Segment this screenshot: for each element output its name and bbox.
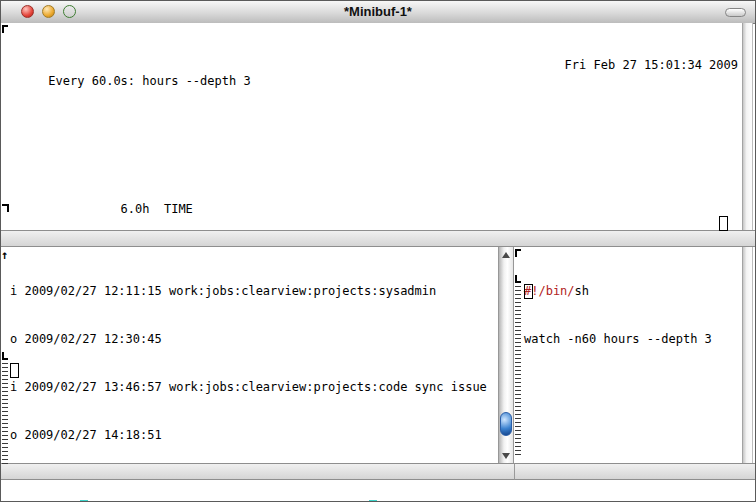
script-cursor [524,284,533,299]
timelog-entry: i 2009/02/27 12:11:15 work:jobs:clearvie… [10,283,498,299]
empty-lines-fringe-marks [515,286,521,458]
timelog-scrollbar[interactable] [498,247,514,463]
terminal-cursor [719,216,728,231]
scroll-down-arrow-icon[interactable] [502,453,510,459]
timelog-cursor [10,363,19,378]
timelog-modeline[interactable]: --:-- current.timelog Bot (3726,0) darcs… [1,463,514,480]
window-title: *Minibuf-1* [1,4,755,19]
timelog-window[interactable]: i 2009/02/27 12:11:15 work:jobs:clearvie… [1,247,498,463]
timelog-entry: i 2009/02/27 13:46:57 work:jobs:clearvie… [10,379,498,395]
title-bar[interactable]: *Minibuf-1* [1,1,755,24]
ansi-term-window[interactable]: Every 60.0s: hours --depth 3 Fri Feb 27 … [1,23,742,230]
empty-lines-fringe-marks [2,363,8,467]
shebang-interpreter: sh [575,284,589,298]
script-window[interactable]: #!/bin/sh watch -n60 hours --depth 3 [514,247,742,463]
minibuffer[interactable]: Redo: (ansi-term "/Users/simon/bin/watch… [1,480,756,502]
watch-timestamp: Fri Feb 27 15:01:34 2009 [565,57,738,73]
buffer-top-angle-icon [515,249,521,257]
buffer-bottom-angle-icon [2,204,9,212]
buffer-end-angle-icon [2,352,8,360]
emacs-frame: *Minibuf-1* Every 60.0s: hours --depth 3… [0,0,756,502]
watch-header: Every 60.0s: hours --depth 3 Fri Feb 27 … [5,57,742,121]
buffer-continues-up-arrow-icon: ↑ [1,249,8,261]
scrollbar-thumb[interactable] [500,412,512,436]
buffer-top-angle-icon [2,25,8,33]
timelog-entry: o 2009/02/27 12:30:45 [10,331,498,347]
shebang-line: #!/bin/sh [524,283,742,299]
timelog-entry: o 2009/02/27 14:18:51 [10,427,498,443]
toolbar-pill-button[interactable] [725,8,746,17]
script-command-line: watch -n60 hours --depth 3 [524,331,742,347]
scroll-up-arrow-icon[interactable] [502,252,510,258]
script-modeline[interactable]: --:-- watchhours All (3,0) [514,463,756,480]
buffer-end-angle-icon [515,275,521,283]
ansi-term-modeline[interactable]: -u:** *ansi-term* All (13,101) (Term: ch… [1,230,756,247]
terminal-line [5,153,742,169]
watch-command: Every 60.0s: hours --depth 3 [48,74,250,88]
terminal-line: 6.0h TIME [5,201,742,217]
